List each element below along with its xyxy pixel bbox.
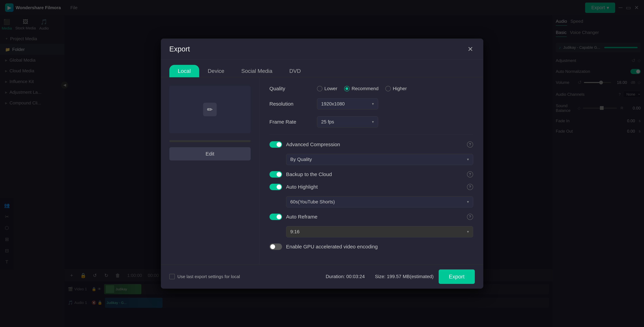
resolution-chevron-icon: ▾ xyxy=(372,102,374,106)
duration-text: Duration: 00:03:24 xyxy=(326,274,365,279)
frame-rate-control: 25 fps ▾ xyxy=(317,116,473,128)
modal-close-button[interactable]: ✕ xyxy=(466,45,475,54)
modal-tab-dvd[interactable]: DVD xyxy=(281,65,309,77)
advanced-compression-sub-row: By Quality ▾ xyxy=(286,154,473,165)
gpu-encoding-row: Enable GPU accelerated video encoding xyxy=(270,243,473,250)
auto-reframe-help-icon[interactable]: ? xyxy=(467,214,473,220)
modal-footer: Use last export settings for local Durat… xyxy=(161,264,483,289)
auto-highlight-sub-chevron-icon: ▾ xyxy=(467,200,469,204)
gpu-encoding-label: Enable GPU accelerated video encoding xyxy=(286,244,473,250)
backup-cloud-toggle[interactable] xyxy=(270,171,282,178)
auto-highlight-toggle[interactable] xyxy=(270,184,282,190)
quality-higher-radio[interactable] xyxy=(386,86,391,91)
last-settings-label: Use last export settings for local xyxy=(178,274,240,279)
backup-cloud-row: Backup to the Cloud ? xyxy=(270,171,473,178)
advanced-compression-sub-chevron-icon: ▾ xyxy=(467,157,469,162)
auto-highlight-sub-row: 60s(YouTube Shorts) ▾ xyxy=(286,196,473,207)
auto-reframe-sub-select[interactable]: 9:16 ▾ xyxy=(286,226,473,237)
modal-tab-local[interactable]: Local xyxy=(169,65,200,77)
modal-overlay: Export ✕ Local Device Social Media DVD ✏… xyxy=(0,0,644,327)
auto-highlight-sub-select[interactable]: 60s(YouTube Shorts) ▾ xyxy=(286,196,473,207)
backup-cloud-help-icon[interactable]: ? xyxy=(467,171,473,177)
quality-higher-option[interactable]: Higher xyxy=(386,86,407,91)
auto-reframe-row: Auto Reframe ? xyxy=(270,214,473,220)
auto-reframe-sub-row: 9:16 ▾ xyxy=(286,226,473,237)
quality-recommend-radio[interactable] xyxy=(344,86,350,91)
auto-reframe-label: Auto Reframe xyxy=(286,214,463,220)
edit-button[interactable]: Edit xyxy=(169,147,251,160)
advanced-compression-row: Advanced Compression ? xyxy=(270,141,473,148)
advanced-compression-toggle[interactable] xyxy=(270,141,282,148)
frame-rate-label: Frame Rate xyxy=(270,119,317,125)
quality-label: Quality xyxy=(270,86,317,92)
resolution-setting-row: Resolution 1920x1080 ▾ xyxy=(270,98,473,110)
resolution-select[interactable]: 1920x1080 ▾ xyxy=(317,98,378,110)
modal-tabs: Local Device Social Media DVD xyxy=(161,60,483,77)
advanced-compression-help-icon[interactable]: ? xyxy=(467,141,473,148)
frame-rate-chevron-icon: ▾ xyxy=(372,120,374,124)
auto-reframe-sub-chevron-icon: ▾ xyxy=(467,229,469,234)
resolution-label: Resolution xyxy=(270,101,317,107)
preview-thumbnail: ✏ xyxy=(169,86,251,133)
modal-title: Export xyxy=(169,45,190,53)
modal-tab-social-media[interactable]: Social Media xyxy=(233,65,281,77)
auto-highlight-label: Auto Highlight xyxy=(286,184,463,190)
quality-lower-radio[interactable] xyxy=(317,86,322,91)
preview-edit-overlay: ✏ xyxy=(203,103,217,116)
auto-reframe-toggle[interactable] xyxy=(270,214,282,220)
modal-header: Export ✕ xyxy=(161,39,483,60)
export-final-button[interactable]: Export xyxy=(439,269,475,284)
frame-rate-select[interactable]: 25 fps ▾ xyxy=(317,116,378,128)
backup-cloud-label: Backup to the Cloud xyxy=(286,171,463,177)
auto-highlight-knob xyxy=(276,185,281,189)
frame-rate-setting-row: Frame Rate 25 fps ▾ xyxy=(270,116,473,128)
advanced-compression-knob xyxy=(276,142,281,147)
modal-tab-device[interactable]: Device xyxy=(199,65,233,77)
quality-lower-option[interactable]: Lower xyxy=(317,86,337,91)
pencil-icon: ✏ xyxy=(203,103,217,116)
preview-progress-bar xyxy=(169,140,251,142)
quality-recommend-option[interactable]: Recommend xyxy=(344,86,378,91)
quality-radio-group: Lower Recommend Higher xyxy=(317,86,473,91)
auto-highlight-row: Auto Highlight ? xyxy=(270,184,473,190)
modal-settings-panel: Quality Lower Recommend xyxy=(259,77,483,264)
gpu-encoding-knob xyxy=(270,244,275,249)
advanced-compression-sub-select[interactable]: By Quality ▾ xyxy=(286,154,473,165)
resolution-control: 1920x1080 ▾ xyxy=(317,98,473,110)
auto-highlight-help-icon[interactable]: ? xyxy=(467,184,473,190)
size-text: Size: 199.57 MB(estimated) xyxy=(375,274,434,279)
auto-reframe-knob xyxy=(276,214,281,219)
last-settings-checkbox-row: Use last export settings for local xyxy=(169,274,240,279)
backup-cloud-knob xyxy=(276,172,281,177)
quality-setting-row: Quality Lower Recommend xyxy=(270,86,473,92)
export-modal: Export ✕ Local Device Social Media DVD ✏… xyxy=(161,39,483,289)
modal-body: ✏ Edit Quality Lower xyxy=(161,77,483,264)
quality-recommend-radio-inner xyxy=(346,87,348,90)
last-settings-checkbox[interactable] xyxy=(169,274,175,279)
advanced-compression-label: Advanced Compression xyxy=(286,142,463,147)
modal-preview-panel: ✏ Edit xyxy=(161,77,259,264)
gpu-encoding-toggle[interactable] xyxy=(270,243,282,250)
